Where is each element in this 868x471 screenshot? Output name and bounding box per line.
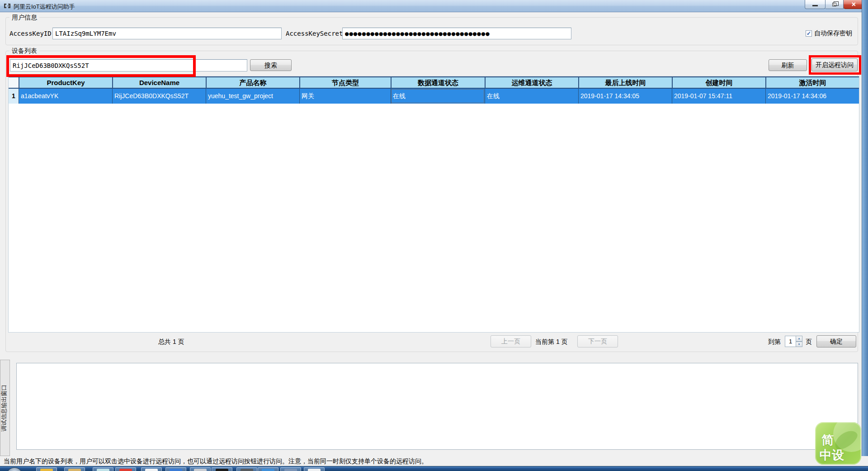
minimize-button[interactable] [805,0,826,9]
goto-page-input[interactable] [785,336,796,347]
cell-product-name: yuehu_test_gw_project [206,89,299,104]
header-row-number[interactable] [9,77,19,88]
taskbar-app-icon[interactable] [280,467,301,471]
cell-node-type: 网关 [299,89,391,104]
spinner-up-icon: ▲ [798,337,801,340]
spinner-up-button[interactable]: ▲ [796,336,802,342]
status-bar-text: 当前用户名下的设备列表，用户可以双击选中设备进行远程访问，也可以通过远程访问按钮… [4,457,428,466]
title-bar: 阿里云IoT远程访问助手 × [0,0,868,12]
auto-save-label: 自动保存密钥 [814,29,852,38]
access-key-id-label: AccessKeyID [9,30,52,37]
header-devicename[interactable]: DeviceName [112,77,206,88]
total-pages-text: 总共 1 页 [158,338,184,346]
restore-icon [832,3,836,6]
current-page-text: 当前第 1 页 [535,338,576,346]
jianzhongshe-watermark-logo: 简 中设 [815,422,861,465]
cell-row-number: 1 [9,89,19,104]
taskbar-app-icon[interactable] [165,467,186,471]
restore-button[interactable] [826,0,844,9]
header-productkey[interactable]: ProductKey [19,77,112,88]
goto-page-unit: 页 [806,338,812,346]
header-last-online-time[interactable]: 最后上线时间 [578,77,672,88]
access-key-id-input[interactable] [52,28,282,39]
access-key-secret-label: AccessKeySecret [286,30,343,37]
log-panel-side-label: 调试信息输出窗口 [0,360,10,456]
header-node-type[interactable]: 节点类型 [299,77,391,88]
header-create-time[interactable]: 创建时间 [672,77,765,88]
window-border-right [862,0,868,466]
cell-ops-channel-status: 在线 [485,89,578,104]
spinner-down-button[interactable]: ▼ [796,342,802,347]
prev-page-button[interactable]: 上一页 [491,335,531,347]
confirm-page-button[interactable]: 确定 [816,335,856,347]
watermark-text-line2: 中设 [820,447,844,463]
cell-data-channel-status: 在线 [391,89,485,104]
search-input[interactable] [10,59,247,71]
cell-last-online-time: 2019-01-17 14:34:05 [578,89,672,104]
taskbar-app-icon[interactable] [190,467,211,471]
app-icon [4,2,11,11]
taskbar-app-icon[interactable] [64,467,85,471]
auto-save-checkbox[interactable]: ✓ 自动保存密钥 [806,29,852,38]
header-product-name[interactable]: 产品名称 [206,77,299,88]
taskbar-app-icon[interactable] [93,467,113,471]
goto-page-spinner: ▲ ▼ [785,336,802,347]
status-bar: 当前用户名下的设备列表，用户可以双击选中设备进行远程访问，也可以通过远程访问按钮… [0,456,868,466]
taskbar-app-icon[interactable] [115,467,136,471]
header-data-channel-status[interactable]: 数据通道状态 [391,77,485,88]
taskbar-app-icon[interactable] [236,467,257,471]
refresh-button[interactable]: 刷新 [769,59,807,71]
window-title: 阿里云IoT远程访问助手 [14,3,75,11]
cell-create-time: 2019-01-07 15:47:11 [672,89,765,104]
taskbar-app-icon[interactable] [36,467,57,471]
device-table-header: ProductKey DeviceName 产品名称 节点类型 数据通道状态 运… [9,76,859,89]
checkbox-check-icon: ✓ [806,30,812,37]
taskbar-app-icon[interactable] [212,467,232,471]
spinner-down-icon: ▼ [798,343,801,346]
taskbar-app-icon[interactable] [304,467,325,471]
watermark-text-line1: 简 [821,432,834,448]
search-button[interactable]: 搜索 [250,59,292,71]
log-panel-side-label-text: 调试信息输出窗口 [0,360,10,456]
window-controls: × [805,0,864,9]
header-activate-time[interactable]: 激活时间 [765,77,859,88]
open-remote-access-button[interactable]: 开启远程访问 [811,58,858,71]
cell-devicename: RijJCeD63B0DXKQsS52T [112,89,206,104]
header-ops-channel-status[interactable]: 运维通道状态 [485,77,578,88]
taskbar-app-icon[interactable] [141,467,162,471]
taskbar [0,466,868,471]
table-row[interactable]: 1 a1acbeatvYK RijJCeD63B0DXKQsS52T yuehu… [9,89,859,104]
minimize-icon [812,5,818,6]
device-table: ProductKey DeviceName 产品名称 节点类型 数据通道状态 运… [8,76,859,333]
next-page-button[interactable]: 下一页 [577,335,618,347]
cell-activate-time: 2019-01-17 14:34:06 [765,89,859,104]
cell-productkey: a1acbeatvYK [19,89,112,104]
device-list-group-label: 设备列表 [9,47,39,55]
close-icon: × [852,1,856,8]
debug-log-output[interactable] [16,363,858,450]
access-key-secret-input[interactable] [342,28,571,39]
taskbar-app-icon[interactable] [258,467,278,471]
start-button[interactable] [6,467,23,471]
user-info-group-label: 用户信息 [9,14,39,22]
goto-page-label: 到第 [768,338,781,346]
